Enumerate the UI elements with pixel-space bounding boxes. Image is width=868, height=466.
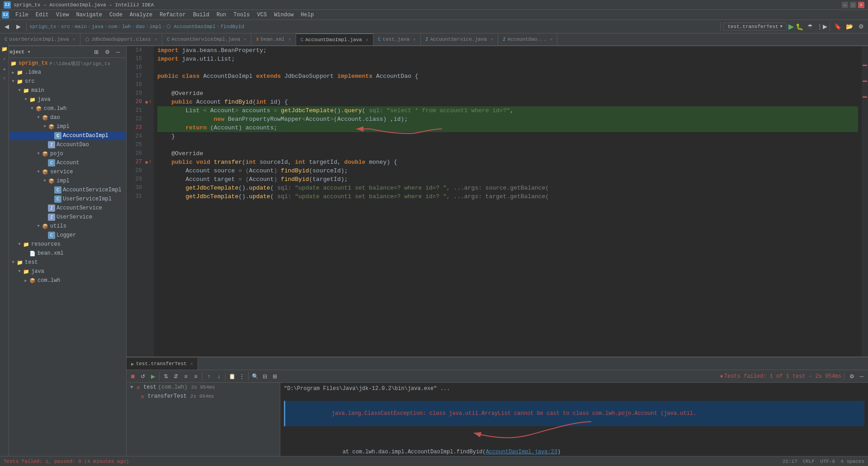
close-tab-icon[interactable]: ✕: [550, 37, 552, 42]
tree-item-test-com-lwh[interactable]: ▶ 📦 com.lwh: [0, 276, 126, 285]
close-bottom-tab[interactable]: ✕: [190, 361, 193, 366]
close-button[interactable]: ✕: [858, 2, 864, 8]
more-run-button[interactable]: ⋮▶: [817, 22, 827, 32]
code-area[interactable]: 14 15 16 17 18 19 20 21 22 23 24 25 26 2…: [127, 46, 868, 357]
bc-method[interactable]: findById: [220, 24, 244, 29]
rerun-button[interactable]: ↺: [138, 372, 147, 381]
console-content[interactable]: "D:\Program Files\Java\jdk-12.0.2\bin\ja…: [280, 383, 868, 456]
bc-src[interactable]: src: [61, 24, 70, 29]
run-button[interactable]: ▶: [788, 22, 794, 31]
menu-build[interactable]: Build: [189, 10, 213, 20]
console-error-line[interactable]: java.lang.ClassCastException: class java…: [284, 401, 864, 426]
more-button[interactable]: ⋮: [237, 372, 246, 381]
tree-item-main[interactable]: ▼ 📁 main: [0, 86, 126, 95]
collapse-bottom-btn[interactable]: ─: [857, 372, 866, 381]
tree-item-pojo[interactable]: ▼ 📦 pojo: [0, 149, 126, 158]
tree-item-accountdao[interactable]: I AccountDao: [0, 140, 126, 149]
expand-icon[interactable]: ▼: [10, 260, 16, 265]
back-button[interactable]: ◀: [2, 22, 12, 32]
search-button[interactable]: 🔍: [250, 372, 259, 381]
tree-item-accountdaoimpl[interactable]: C AccountDaoImpl: [0, 131, 126, 140]
test-item-root[interactable]: ▼ ✕ test (com.lwh) 2s 954ms: [128, 383, 280, 392]
tab-beanxml[interactable]: X bean.xml ✕: [251, 33, 296, 45]
tab-userserviceimpl[interactable]: C UserServiceImpl.java ✕: [0, 33, 80, 45]
tree-item-dao-impl[interactable]: ▼ 📦 impl: [0, 122, 126, 131]
menu-window[interactable]: Window: [270, 10, 297, 20]
tree-item-src[interactable]: ▼ 📁 src: [0, 77, 126, 86]
settings-button[interactable]: ⚙: [856, 22, 866, 32]
tree-item-logger[interactable]: C Logger: [0, 231, 126, 240]
tab-jdbcdaosupport[interactable]: ⬡ JdbcDaoSupport.class ✕: [80, 33, 162, 45]
status-encoding[interactable]: UTF-8: [820, 459, 835, 464]
window-controls[interactable]: ─ □ ✕: [842, 2, 864, 8]
filter-button[interactable]: ⊟: [260, 372, 269, 381]
menu-edit[interactable]: Edit: [32, 10, 52, 20]
tree-item-userserviceimpl[interactable]: C UserServiceImpl: [0, 195, 126, 204]
tab-test[interactable]: C test.java ✕: [373, 33, 421, 45]
settings-gear-btn[interactable]: ⚙: [847, 372, 856, 381]
expand-icon[interactable]: ▼: [16, 269, 23, 274]
bookmark-button[interactable]: 🔖: [833, 22, 843, 32]
right-scroll-panel[interactable]: [862, 46, 868, 357]
code-content[interactable]: import java.beans.BeanProperty; import j…: [154, 46, 862, 357]
menu-run[interactable]: Run: [213, 10, 230, 20]
menu-vcs[interactable]: VCS: [254, 10, 271, 20]
trace-link-1[interactable]: AccountDaoImpl.java:23: [486, 449, 557, 455]
expand-icon[interactable]: ▼: [16, 242, 23, 247]
status-spaces[interactable]: 4 spaces: [840, 459, 864, 464]
close-tab-icon[interactable]: ✕: [155, 37, 157, 42]
code-editor[interactable]: 14 15 16 17 18 19 20 21 22 23 24 25 26 2…: [127, 46, 868, 357]
expand-icon[interactable]: ▼: [42, 179, 48, 183]
expand-icon[interactable]: ▼: [42, 124, 48, 129]
resume-button[interactable]: ▶: [148, 372, 157, 381]
expand-icon[interactable]: ▼: [16, 88, 23, 93]
expand-button[interactable]: ⊞: [270, 372, 279, 381]
run-config-selector[interactable]: test.transferTest ▼: [723, 23, 787, 31]
menu-view[interactable]: View: [52, 10, 73, 20]
menu-code[interactable]: Code: [106, 10, 126, 20]
tab-accountserviceimpl[interactable]: C AccountServiceImpl.java ✕: [162, 33, 251, 45]
close-tab-icon[interactable]: ✕: [73, 37, 75, 42]
stop-button[interactable]: ⏹: [128, 372, 137, 381]
expand-icon[interactable]: ▶: [10, 70, 16, 75]
structure-icon[interactable]: ⚡: [1, 55, 8, 62]
tree-item-service[interactable]: ▼ 📦 service: [0, 167, 126, 176]
bc-project[interactable]: sprign_tx: [29, 24, 56, 29]
tree-item-account[interactable]: C Account: [0, 158, 126, 167]
bc-class[interactable]: ⬡ AccountDaoImpl: [166, 24, 216, 29]
tree-item-utils[interactable]: ▼ 📦 utils: [0, 222, 126, 231]
forward-button[interactable]: ▶: [14, 22, 24, 32]
tree-item-java-main[interactable]: ▼ 📁 java: [0, 95, 126, 104]
bc-dao[interactable]: dao: [136, 24, 145, 29]
tree-item-test[interactable]: ▼ 📁 test: [0, 258, 126, 267]
sidebar-layout-btn[interactable]: ⊞: [92, 48, 101, 57]
tree-item-idea[interactable]: ▶ 📁 .idea: [0, 68, 126, 77]
bc-java[interactable]: java: [91, 24, 103, 29]
tree-item-beanxml[interactable]: 📄 bean.xml: [0, 249, 126, 258]
menu-navigate[interactable]: Navigate: [72, 10, 106, 20]
menu-help[interactable]: Help: [297, 10, 317, 20]
bottom-tab-run[interactable]: ▶ test.transferTest ✕: [127, 358, 198, 370]
sidebar-controls[interactable]: ⊞ ⚙ ─: [92, 48, 123, 57]
down-nav-button[interactable]: ↓: [214, 372, 223, 381]
expand-icon[interactable]: ▼: [10, 79, 16, 84]
maximize-button[interactable]: □: [850, 2, 856, 8]
bc-impl[interactable]: impl: [150, 24, 161, 29]
close-tab-icon[interactable]: ✕: [288, 37, 291, 42]
sort-asc-button[interactable]: ⇅: [161, 372, 170, 381]
close-tab-icon[interactable]: ✕: [366, 37, 368, 43]
expand-icon[interactable]: ▼: [35, 224, 42, 228]
test-item-transfer[interactable]: ✕ transferTest 2s 954ms: [128, 392, 280, 401]
tree-item-service-impl[interactable]: ▼ 📦 impl: [0, 176, 126, 185]
sort-desc-button[interactable]: ⇵: [171, 372, 180, 381]
bc-main[interactable]: main: [75, 24, 86, 29]
favorites-icon[interactable]: ★: [1, 65, 8, 72]
tab-accountdaoimpl[interactable]: C AccountDaoImpl.java ✕: [296, 33, 373, 45]
menu-refactor[interactable]: Refactor: [156, 10, 189, 20]
export-button[interactable]: 📋: [227, 372, 236, 381]
tree-item-accountserviceimpl[interactable]: C AccountServiceImpl: [0, 185, 126, 195]
debug-button[interactable]: 🐛: [796, 23, 803, 30]
tree-item-resources[interactable]: ▼ 📁 resources: [0, 240, 126, 249]
expand-icon[interactable]: ▼: [23, 97, 29, 102]
open-folder-button[interactable]: 📂: [844, 22, 854, 32]
